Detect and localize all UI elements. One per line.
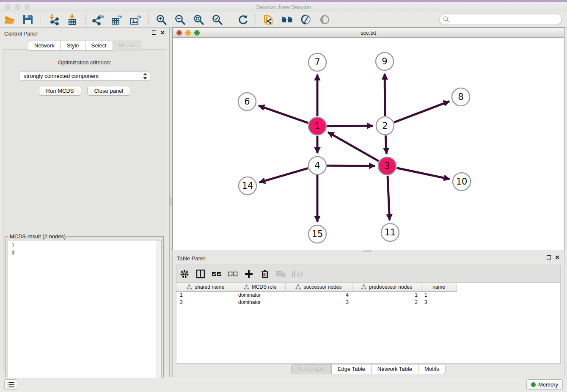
column-header-successor-nodes[interactable]: successor nodes — [285, 283, 352, 291]
zoom-selected-icon[interactable] — [211, 13, 223, 26]
graph-node-label: 15 — [312, 229, 323, 239]
export-table-icon[interactable] — [110, 13, 123, 26]
column-type-icon — [187, 284, 192, 290]
graph-edge-2-3[interactable] — [385, 135, 386, 154]
delete-column-icon[interactable] — [259, 268, 271, 280]
open-file-icon[interactable] — [3, 13, 16, 26]
table-cell[interactable]: dominator — [235, 291, 285, 298]
float-panel-icon[interactable] — [152, 30, 156, 35]
graph-edge-1-2[interactable] — [327, 126, 373, 126]
delete-table-icon — [275, 268, 287, 280]
table-toolbar: f(x) — [176, 265, 561, 283]
network-window-titlebar[interactable]: × − + scc.txt — [173, 28, 564, 38]
tab-network[interactable]: Network — [28, 41, 61, 51]
table-cell[interactable]: 3 — [176, 298, 235, 306]
close-panel-icon[interactable]: ✕ — [160, 30, 165, 35]
graph-node-label: 2 — [382, 121, 388, 131]
tab-motifs[interactable]: Motifs — [418, 364, 446, 374]
tab-select[interactable]: Select — [85, 41, 113, 51]
graph-edge-3-11[interactable] — [388, 176, 390, 220]
table-cell[interactable]: 2 — [352, 298, 421, 306]
apply-layout-icon[interactable] — [237, 13, 249, 26]
table-row[interactable]: 1dominator411 — [176, 291, 457, 298]
column-browser-icon[interactable] — [195, 268, 206, 280]
table-settings-icon[interactable] — [179, 268, 190, 280]
table-cell[interactable]: 1 — [421, 291, 457, 298]
table-cell[interactable]: 3 — [285, 298, 352, 306]
graph-node-label: 7 — [314, 57, 320, 67]
network-graph-canvas[interactable]: 7968124314101511 — [173, 38, 564, 251]
mcds-result-list[interactable]: 13 — [8, 240, 162, 392]
table-row[interactable]: 3dominator323 — [176, 298, 457, 306]
clone-network-icon[interactable] — [262, 13, 275, 26]
table-panel: Table Panel ✕ — [172, 252, 564, 377]
column-header-shared-name[interactable]: shared name — [176, 283, 235, 291]
tab-network-table[interactable]: Network Table — [372, 364, 418, 374]
save-session-icon[interactable] — [22, 13, 34, 26]
tab-mcds[interactable]: MCDS — [113, 41, 141, 51]
zoom-out-icon[interactable] — [173, 13, 186, 26]
memory-label: Memory — [538, 381, 558, 388]
control-panel-title: Control Panel — [4, 30, 38, 37]
graph-edge-3-1[interactable] — [328, 132, 379, 161]
column-header-name[interactable]: name — [421, 283, 457, 291]
tab-style[interactable]: Style — [61, 41, 85, 51]
graph-node-label: 4 — [314, 160, 320, 171]
node-table[interactable]: shared nameMCDS rolesuccessor nodesprede… — [176, 283, 561, 364]
table-cell[interactable]: 1 — [176, 291, 235, 298]
run-mcds-button[interactable]: Run MCDS — [39, 86, 81, 96]
first-neighbors-icon[interactable] — [281, 13, 294, 26]
import-network-icon[interactable] — [47, 13, 60, 26]
zoom-in-icon[interactable] — [155, 13, 168, 26]
task-history-button[interactable] — [4, 379, 17, 390]
add-column-icon[interactable] — [243, 268, 255, 280]
network-view-window: × − + scc.txt 7968124314101511 — [172, 28, 564, 251]
select-stepper-icon — [143, 73, 147, 80]
import-table-icon[interactable] — [66, 13, 79, 26]
hide-columns-icon[interactable] — [227, 268, 239, 280]
column-header-predecessor-nodes[interactable]: predecessor nodes — [352, 283, 421, 291]
graph-edge-4-14[interactable] — [259, 168, 308, 182]
close-table-panel-icon[interactable]: ✕ — [555, 255, 560, 259]
table-cell[interactable]: 3 — [421, 298, 457, 306]
toolbar-separator — [230, 13, 230, 26]
search-input[interactable] — [451, 15, 561, 24]
tab-edge-table[interactable]: Edge Table — [332, 364, 372, 374]
search-box — [439, 14, 562, 25]
column-header-MCDS-role[interactable]: MCDS role — [235, 283, 285, 291]
result-scrollbar[interactable] — [157, 240, 161, 392]
export-image-icon[interactable] — [129, 13, 142, 26]
show-columns-icon[interactable] — [211, 268, 223, 280]
graph-node-label: 14 — [242, 181, 253, 191]
tab-node-table[interactable]: Node Table — [291, 364, 332, 374]
show-hide-icon[interactable] — [318, 13, 331, 26]
status-bar: Memory — [0, 378, 567, 392]
graph-node-label: 6 — [244, 97, 250, 107]
graph-node-label: 10 — [456, 177, 468, 187]
table-cell[interactable]: 4 — [285, 291, 352, 298]
main-titlebar: Session: New Session — [0, 2, 567, 12]
optimization-criterion-select[interactable]: strongly connected component — [19, 71, 150, 81]
application-window: Session: New Session — [0, 0, 567, 392]
table-cell[interactable]: dominator — [235, 298, 285, 306]
graph-edge-3-10[interactable] — [397, 168, 450, 179]
graph-node-label: 8 — [458, 92, 463, 102]
result-line: 1 — [11, 242, 161, 249]
zoom-fit-icon[interactable] — [192, 13, 205, 26]
toolbar-separator — [41, 13, 41, 26]
graph-edge-4-3[interactable] — [327, 166, 375, 166]
optimization-criterion-label: Optimization criterion: — [3, 59, 166, 66]
graph-edge-1-6[interactable] — [259, 106, 308, 123]
float-table-panel-icon[interactable] — [547, 255, 551, 259]
export-network-icon[interactable] — [92, 13, 105, 26]
mcds-panel: Optimization criterion: strongly connect… — [3, 50, 166, 371]
memory-button[interactable]: Memory — [526, 379, 563, 390]
control-panel: Control Panel ✕ NetworkStyleSelectMCDS O… — [0, 28, 170, 377]
annotation-icon[interactable] — [300, 13, 312, 26]
toolbar-separator — [256, 13, 256, 26]
close-panel-button[interactable]: Close panel — [87, 86, 131, 96]
graph-edge-2-8[interactable] — [394, 101, 449, 122]
main-toolbar — [0, 12, 567, 28]
graph-edge-2-9[interactable] — [385, 74, 385, 116]
table-cell[interactable]: 1 — [352, 291, 421, 298]
